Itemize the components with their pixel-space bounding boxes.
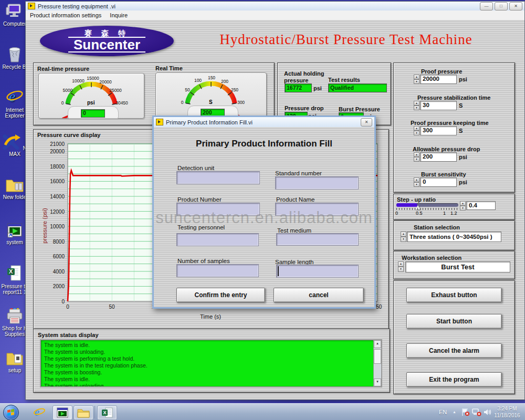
watermark: suncentercn.en.alibaba.com (154, 208, 374, 227)
status-line: The system is boosting. (44, 369, 378, 376)
step-ratio-input[interactable]: 0.4 (466, 201, 496, 210)
taskbar-ie[interactable]: e (30, 405, 48, 419)
dialog-close-button[interactable]: ✕ (361, 118, 372, 127)
gauge-tick: 20000 (99, 79, 112, 85)
workstation-spinner[interactable]: ▲▼ (398, 261, 404, 272)
cancel-button[interactable]: cancel (274, 288, 364, 302)
maximize-button[interactable]: □ (495, 2, 508, 10)
spinner-up-icon: ▲ (414, 101, 419, 106)
labview-app-icon (57, 407, 68, 418)
desktop-icon-shop-supplies[interactable]: Shop for H Supplies (1, 308, 29, 337)
proof-pressure-input[interactable]: 20000 (420, 75, 457, 84)
allowable-drop-input[interactable]: 200 (420, 152, 457, 162)
dialog-titlebar[interactable]: Primary Product Information Fill.vi ✕ (154, 117, 374, 128)
test-medium-input[interactable] (276, 233, 359, 246)
suncenter-logo: 赛 森 特 Suncenter (40, 26, 174, 56)
gauge-tick: 30450 (116, 100, 128, 106)
desktop-icon-label: Internet Explorer (5, 107, 24, 119)
window-title: Pressure testing equipment .vi (38, 3, 116, 9)
status-scrollbar[interactable]: ▲ ▼ (373, 340, 381, 386)
step-ratio-panel: Step - up ratio 0 0.5 1 1.2 ▲▼ 0.4 (393, 194, 515, 220)
step-ratio-label: Step - up ratio (397, 196, 436, 203)
desktop-icon-internet-explorer[interactable]: e Internet Explorer (1, 87, 29, 119)
setting-unit: S (459, 102, 463, 109)
number-of-samples-input[interactable] (176, 264, 259, 277)
desktop-icon-pressure-report[interactable]: X Pressure te report11 1 (1, 265, 29, 295)
desktop-icon-new-folder[interactable]: New folde (1, 176, 29, 200)
desktop-icon-setup[interactable]: setup (1, 350, 29, 373)
exhaust-button[interactable]: Exhaust button (406, 288, 502, 302)
time-gauge: 0 50 100 150 200 250 300 S 200 (155, 72, 267, 119)
proof-pressure-spinner[interactable]: ▲▼ (414, 75, 419, 84)
settings-panel: Proof pressure ▲▼ 20000 psi Pressure sta… (393, 62, 515, 193)
status-list[interactable]: The system is idle. The system is unload… (40, 339, 382, 387)
tray-action-center-flag-icon[interactable] (461, 408, 470, 418)
setting-label: Burst sensitivity (421, 171, 466, 177)
svg-text:e: e (9, 88, 15, 104)
workstation-label: Workstation selection (402, 255, 461, 261)
action-buttons-panel: Exhaust button Start button Cancel the a… (393, 280, 515, 394)
setting-unit: S (459, 128, 463, 134)
scroll-up-icon[interactable]: ▲ (374, 340, 381, 348)
exit-program-button[interactable]: Exit the program (406, 372, 502, 387)
y-tick: 2000 (53, 284, 65, 289)
stabilization-time-input[interactable]: 30 (420, 101, 457, 110)
burst-sensitivity-input[interactable]: 0 (420, 177, 457, 187)
start-button[interactable]: Start button (406, 314, 502, 329)
tray-network-icon[interactable] (472, 408, 481, 418)
menu-product-information-settings[interactable]: Product information settings (26, 11, 106, 19)
dialog-title: Primary Product Information Fill.vi (166, 119, 253, 125)
workstation-selector[interactable]: Burst Test (405, 261, 510, 272)
detection-unit-input[interactable] (176, 171, 260, 184)
step-ratio-slider-track[interactable] (396, 203, 458, 207)
gauge-unit: S (209, 99, 213, 105)
field-label: Standard number (275, 170, 322, 176)
gauge-tick: 0 (181, 100, 184, 105)
setting-label: Allowable pressure drop (413, 146, 480, 152)
status-line: The system is idle. (44, 376, 378, 383)
station-spinner[interactable]: ▲▼ (401, 232, 406, 242)
tray-time: 3:24 PM (491, 405, 523, 412)
confirm-entry-button[interactable]: Confirm the entry (176, 288, 265, 302)
standard-number-input[interactable] (275, 176, 359, 190)
minimize-button[interactable]: — (480, 2, 493, 10)
tray-expand-icon[interactable]: ▲ (453, 410, 456, 414)
tray-language[interactable]: EN (439, 409, 447, 415)
spinner-up-icon: ▲ (398, 261, 404, 267)
keeping-time-spinner[interactable]: ▲▼ (414, 126, 419, 135)
menu-inquire[interactable]: Inquire (106, 11, 132, 19)
desktop-icon-label: Shop for H Supplies (2, 326, 27, 337)
cancel-alarm-button[interactable]: Cancel the alarm (406, 343, 502, 358)
tray-volume-icon[interactable] (484, 408, 492, 418)
desktop-icon-recycle-bin[interactable]: Recycle Bi (1, 45, 29, 70)
start-button[interactable] (3, 405, 19, 420)
y-tick: 21000 (50, 141, 65, 147)
desktop-icon-label: Pressure te report11 1 (1, 284, 28, 295)
close-button[interactable]: ✕ (509, 2, 522, 10)
burst-sensitivity-spinner[interactable]: ▲▼ (414, 177, 419, 187)
desktop-icon-nimax[interactable]: NI MAX (1, 132, 29, 157)
tray-clock[interactable]: 3:24 PM 11/18/2016 (491, 405, 523, 419)
sample-length-input[interactable] (276, 265, 359, 278)
taskbar-explorer-folder[interactable] (74, 405, 93, 420)
window-titlebar[interactable]: Pressure testing equipment .vi — □ ✕ (26, 2, 524, 11)
taskbar-labview-app[interactable] (52, 405, 72, 420)
status-line: The system is idle. (44, 342, 378, 349)
testing-personnel-input[interactable] (176, 233, 259, 246)
stabilization-time-spinner[interactable]: ▲▼ (414, 101, 419, 110)
desktop-icon-label: setup (8, 368, 21, 373)
desktop-icon-system[interactable]: system (1, 223, 29, 245)
keeping-time-input[interactable]: 300 (420, 126, 457, 135)
scroll-thumb[interactable] (374, 349, 381, 364)
scroll-down-icon[interactable]: ▼ (374, 379, 381, 386)
setting-unit: psi (459, 179, 467, 185)
labview-app-icon (28, 3, 35, 9)
step-ratio-spinner[interactable]: ▲▼ (460, 201, 466, 209)
field-label: Product Name (276, 196, 315, 203)
gauge-tick: 50 (185, 87, 190, 92)
spinner-up-icon: ▲ (414, 152, 419, 157)
taskbar-excel[interactable]: X (97, 405, 117, 420)
allowable-drop-spinner[interactable]: ▲▼ (414, 152, 419, 162)
station-selector[interactable]: Three stations ( 0~30450psi ) (407, 232, 501, 242)
desktop-icon-computer[interactable]: Computer (1, 3, 29, 27)
